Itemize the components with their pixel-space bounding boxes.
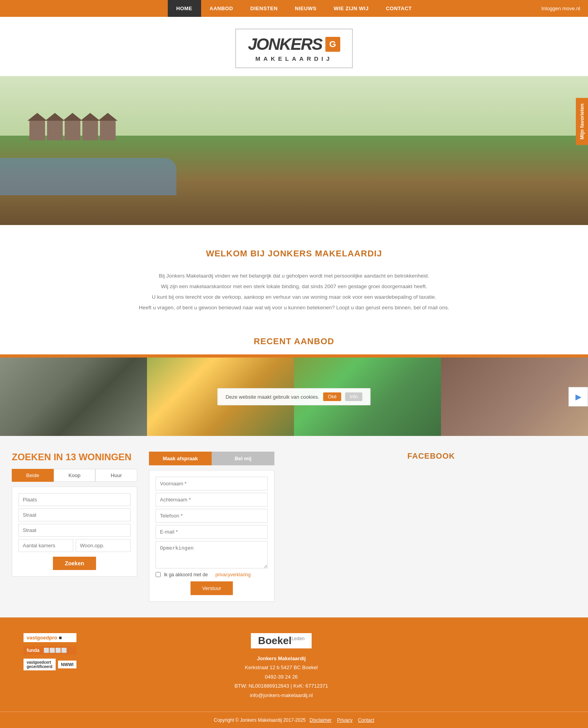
nav-aanbod[interactable]: AANBOD <box>201 0 242 17</box>
welcome-section: WELKOM BIJ JONKERS MAKELAARDIJ Bij Jonke… <box>0 225 588 329</box>
nav-home[interactable]: HOME <box>168 0 201 17</box>
footer: vastgoedpro ■ funda ⬜⬜⬜⬜ vastgoedcertgec… <box>0 617 588 728</box>
privacy-link[interactable]: privacyverklaring <box>215 572 250 577</box>
vastgoedpro-logo: vastgoedpro ■ <box>24 633 76 642</box>
logo-box: JONKERS G MAKELAARDIJ <box>235 29 352 68</box>
footer-copyright: Copyright © Jonkers Makelaardij 2017-202… <box>214 717 305 723</box>
nwwi-text: NWWI <box>61 662 74 667</box>
search-title-post: WONINGEN <box>76 452 131 462</box>
form-email[interactable] <box>156 525 268 539</box>
privacy-text: Ik ga akkoord met de <box>164 572 208 577</box>
privacy-row: Ik ga akkoord met de privacyverklaring <box>156 572 268 577</box>
footer-company: Jonkers Makelaardij <box>257 655 306 661</box>
funda-logo: funda ⬜⬜⬜⬜ <box>24 646 76 655</box>
property-4[interactable] <box>441 358 588 436</box>
form-achternaam[interactable] <box>156 493 268 507</box>
footer-email: info@jonkers-makelaardij.nl <box>250 692 313 698</box>
welcome-title: WELKOM BIJ JONKERS MAKELAARDIJ <box>78 249 510 259</box>
logo-stack: JONKERS G MAKELAARDIJ <box>248 35 340 62</box>
cookie-text: Deze website maakt gebruik van cookies. <box>225 394 319 400</box>
nav-links: HOME AANBOD DIENSTEN NIEUWS WIE ZIJN WIJ… <box>168 0 421 17</box>
hero-house <box>29 121 45 140</box>
form-tab-belmij[interactable]: Bel mij <box>212 452 274 465</box>
form-tabs: Maak afspraak Bel mij <box>149 452 274 465</box>
footer-center: BoekelLeden Jonkers Makelaardij Kerkstra… <box>234 633 328 700</box>
boekel-text: Boekel <box>258 635 291 646</box>
logo-text: JONKERS <box>248 35 322 54</box>
submit-button[interactable]: Verstuur <box>191 581 233 595</box>
hero-houses <box>29 121 116 140</box>
nav-contact[interactable]: CONTACT <box>377 0 420 17</box>
search-title: ZOEKEN IN 13 WONINGEN <box>12 452 137 463</box>
footer-address: Kerkstraat 12 b 5427 BC Boekel <box>245 664 318 670</box>
search-tab-beide[interactable]: Beide <box>12 469 54 482</box>
footer-link-disclaimer[interactable]: Disclaimer <box>310 717 332 723</box>
nav-wie[interactable]: WIE ZIJN WIJ <box>325 0 377 17</box>
footer-bottom: Copyright © Jonkers Makelaardij 2017-202… <box>0 712 588 728</box>
search-straat[interactable] <box>18 508 131 521</box>
fav-tab[interactable]: Mijn favorieten <box>576 98 588 145</box>
cookie-banner: Deze website maakt gebruik van cookies. … <box>217 388 370 405</box>
form-telefoon[interactable] <box>156 509 268 523</box>
search-tab-huur[interactable]: Huur <box>95 469 137 482</box>
hero-house <box>65 121 80 140</box>
facebook-section: FACEBOOK <box>286 452 576 602</box>
footer-inner: vastgoedpro ■ funda ⬜⬜⬜⬜ vastgoedcertgec… <box>0 633 588 712</box>
hero-house <box>47 121 63 140</box>
welcome-text: Bij Jonkers Makelaardij vinden we het be… <box>78 271 510 313</box>
hero-house <box>100 121 116 140</box>
cookie-info-button[interactable]: Info <box>345 392 363 401</box>
hero-house <box>82 121 98 140</box>
boekel-title: BoekelLeden <box>251 633 312 648</box>
vastgoedpro-text: vastgoedpro <box>27 635 57 641</box>
footer-info: Jonkers Makelaardij Kerkstraat 12 b 5427… <box>234 654 328 700</box>
funda-text: funda ⬜⬜⬜⬜ <box>27 648 67 653</box>
nav-nieuws[interactable]: NIEUWS <box>286 0 325 17</box>
search-straat2[interactable] <box>18 524 131 537</box>
search-section: ZOEKEN IN 13 WONINGEN Beide Koop Huur Zo… <box>12 452 137 602</box>
hero-water <box>0 158 176 195</box>
footer-link-privacy[interactable]: Privacy <box>337 717 352 723</box>
privacy-checkbox[interactable] <box>156 572 161 577</box>
hero-image <box>0 76 588 225</box>
bottom-logos: vastgoedcertgecertificeerd NWWI <box>24 659 76 670</box>
form-tab-afspraak[interactable]: Maak afspraak <box>149 452 212 465</box>
footer-logos: vastgoedpro ■ funda ⬜⬜⬜⬜ vastgoedcertgec… <box>24 633 76 670</box>
search-button[interactable]: Zoeken <box>53 557 96 570</box>
search-box-wrapper: Zoeken <box>12 487 137 577</box>
logo-area: JONKERS G MAKELAARDIJ <box>0 17 588 76</box>
welcome-line-2: Wij zijn een makelaarskantoor met een st… <box>78 281 510 292</box>
vastgoedcert-logo: vastgoedcertgecertificeerd <box>24 659 56 670</box>
footer-phone: 0492-39 24 26 <box>265 674 298 680</box>
search-row <box>18 539 131 554</box>
search-tab-koop[interactable]: Koop <box>54 469 96 482</box>
welcome-line-1: Bij Jonkers Makelaardij vinden we het be… <box>78 271 510 281</box>
property-1[interactable] <box>0 358 147 436</box>
recaptcha-icon: ▶ <box>575 392 581 401</box>
search-woonopp[interactable] <box>76 539 131 552</box>
form-wrapper: Ik ga akkoord met de privacyverklaring V… <box>149 470 274 602</box>
properties-area: Deze website maakt gebruik van cookies. … <box>0 358 588 436</box>
logo-icon: G <box>325 37 340 52</box>
recaptcha-badge: ▶ <box>568 387 588 407</box>
footer-btw: BTW: NL001886912843 | KvK: 67712371 <box>234 683 328 689</box>
nwwi-logo: NWWI <box>58 661 77 668</box>
main-content: ZOEKEN IN 13 WONINGEN Beide Koop Huur Zo… <box>0 436 588 617</box>
recent-title: RECENT AANBOD <box>0 336 588 347</box>
logo-top-row: JONKERS G <box>248 35 340 54</box>
vastgoedcert-text: vastgoedcertgecertificeerd <box>27 660 53 669</box>
search-count: 13 <box>65 452 76 462</box>
search-kamers[interactable] <box>18 539 73 552</box>
search-plaats[interactable] <box>18 493 131 506</box>
login-button[interactable]: Inloggen move.nl <box>541 5 580 11</box>
form-voornaam[interactable] <box>156 477 268 490</box>
footer-link-contact[interactable]: Contact <box>358 717 374 723</box>
boekel-sup: Leden <box>292 636 305 641</box>
nav-diensten[interactable]: DIENSTEN <box>242 0 287 17</box>
properties-strip <box>0 354 588 358</box>
cookie-ok-button[interactable]: Oké <box>323 392 341 401</box>
logo-sub: MAKELAARDIJ <box>255 55 332 62</box>
facebook-title: FACEBOOK <box>286 452 576 461</box>
search-title-pre: ZOEKEN IN <box>12 452 65 462</box>
form-opmerkingen[interactable] <box>156 541 268 568</box>
